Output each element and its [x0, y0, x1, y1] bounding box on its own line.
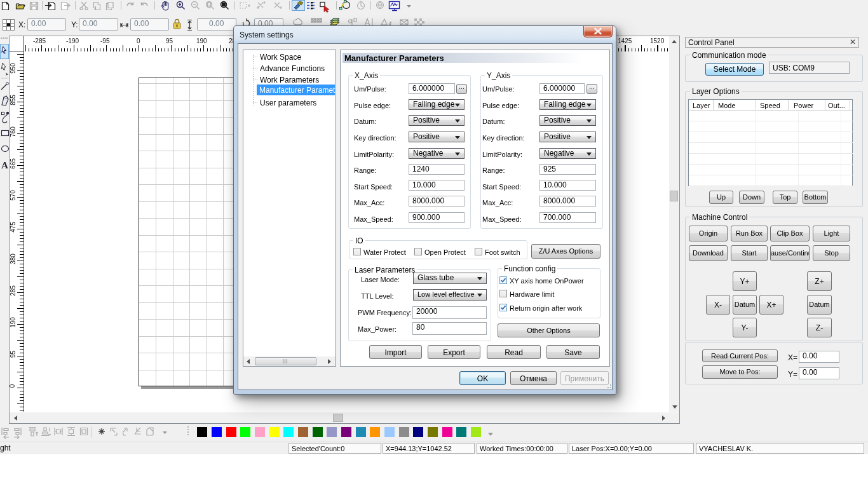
- svg-text:A: A: [1, 160, 8, 170]
